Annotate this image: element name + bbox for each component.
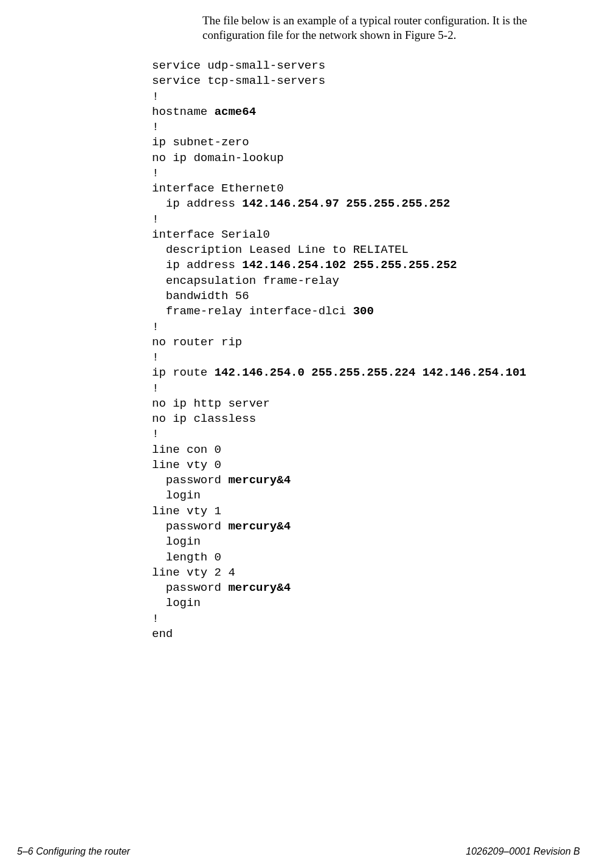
cfg-line: line con 0 (152, 443, 221, 456)
footer-right: 1026209–0001 Revision B (466, 846, 580, 857)
cfg-line: line vty 1 (152, 505, 221, 518)
cfg-ip-route: 142.146.254.0 255.255.255.224 142.146.25… (215, 366, 526, 379)
cfg-line: line vty 0 (152, 458, 221, 472)
cfg-eth0-ip: 142.146.254.97 255.255.255.252 (242, 197, 450, 210)
cfg-line: ip subnet-zero (152, 136, 249, 149)
cfg-line: no ip classless (152, 412, 256, 425)
cfg-line: ! (152, 351, 159, 364)
cfg-line: ! (152, 427, 159, 441)
cfg-line: no ip domain-lookup (152, 151, 284, 165)
cfg-line: no ip http server (152, 397, 270, 410)
cfg-line: ip address (152, 258, 242, 272)
cfg-line: ! (152, 120, 159, 134)
cfg-line: ip route (152, 366, 215, 379)
cfg-line: ! (152, 320, 159, 334)
cfg-line: service tcp-small-servers (152, 74, 325, 88)
cfg-line: ! (152, 612, 159, 625)
cfg-line: length 0 (152, 551, 221, 564)
cfg-line: ! (152, 213, 159, 226)
cfg-line: password (152, 520, 228, 533)
cfg-hostname: acme64 (215, 105, 256, 119)
cfg-line: ! (152, 90, 159, 103)
cfg-line: login (152, 535, 201, 548)
cfg-line: end (152, 627, 173, 641)
cfg-vty1-password: mercury&4 (228, 520, 291, 533)
cfg-line: description Leased Line to RELIATEL (152, 243, 409, 257)
footer-left: 5–6 Configuring the router (17, 846, 130, 857)
router-config-block: service udp-small-servers service tcp-sm… (152, 58, 526, 642)
cfg-line: ! (152, 167, 159, 180)
cfg-line: bandwidth 56 (152, 289, 249, 303)
cfg-vty24-password: mercury&4 (228, 581, 291, 594)
cfg-line: password (152, 581, 228, 594)
cfg-line: ip address (152, 197, 242, 210)
cfg-line: password (152, 474, 228, 487)
cfg-line: hostname (152, 105, 215, 119)
cfg-line: service udp-small-servers (152, 59, 325, 72)
cfg-line: encapsulation frame-relay (152, 274, 339, 288)
cfg-line: frame-relay interface-dlci (152, 305, 353, 318)
cfg-line: login (152, 489, 201, 502)
cfg-line: interface Serial0 (152, 228, 270, 241)
cfg-line: no router rip (152, 336, 242, 349)
cfg-vty0-password: mercury&4 (228, 474, 291, 487)
page-footer: 5–6 Configuring the router 1026209–0001 … (17, 846, 580, 857)
cfg-line: interface Ethernet0 (152, 182, 284, 195)
cfg-line: ! (152, 382, 159, 395)
intro-text: The file below is an example of a typica… (202, 13, 570, 43)
cfg-serial0-ip: 142.146.254.102 255.255.255.252 (242, 258, 457, 272)
cfg-line: login (152, 596, 201, 610)
cfg-dlci: 300 (353, 305, 374, 318)
cfg-line: line vty 2 4 (152, 566, 235, 579)
